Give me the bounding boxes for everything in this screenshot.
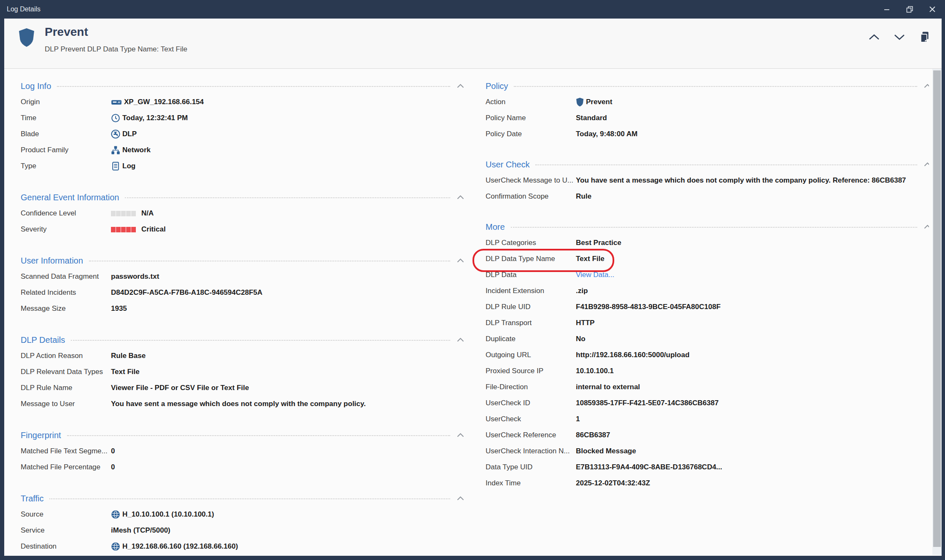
- collapse-section-icon[interactable]: [457, 433, 464, 437]
- field-value: D84D2C9F-A5CA-F7B6-A18C-946594C28F5A: [111, 288, 262, 297]
- field-row-dlp-rule-name: DLP Rule NameViewer File - PDF or CSV Fi…: [21, 380, 464, 396]
- dotted-divider: [67, 435, 450, 436]
- page-title: Prevent: [45, 25, 88, 39]
- collapse-section-icon[interactable]: [457, 258, 464, 263]
- collapse-section-icon[interactable]: [924, 225, 929, 229]
- field-label: UserCheck Message to U...: [486, 176, 576, 185]
- field-value: You have sent a message which does not c…: [111, 400, 366, 408]
- field-value: H_10.10.100.1 (10.10.100.1): [122, 510, 214, 519]
- section-title: Log Info: [21, 81, 51, 91]
- confidence-bar: [111, 211, 136, 216]
- field-row-incident-extension: Incident Extension.zip: [486, 283, 929, 299]
- field-row-policy-date: Policy DateToday, 9:48:00 AM: [486, 126, 929, 142]
- severity-bar: [111, 227, 136, 232]
- field-value: Today, 9:48:00 AM: [576, 130, 637, 138]
- field-value: Text File: [576, 255, 605, 263]
- section-general-event-information: General Event InformationConfidence Leve…: [21, 191, 464, 237]
- field-label: Severity: [21, 225, 111, 234]
- field-row-action: ActionPrevent: [486, 94, 929, 110]
- section-fingerprint: FingerprintMatched File Text Segme...0Ma…: [21, 429, 464, 475]
- view-data-link[interactable]: View Data...: [576, 271, 614, 279]
- field-label: Time: [21, 114, 111, 122]
- field-label: Proxied Source IP: [486, 367, 576, 375]
- right-column: PolicyActionPreventPolicy NameStandardPo…: [486, 69, 929, 507]
- field-row-usercheck-reference: UserCheck Reference86CB6387: [486, 427, 929, 443]
- field-label: UserCheck Interaction N...: [486, 447, 576, 455]
- field-row-dlp-categories: DLP CategoriesBest Practice: [486, 235, 929, 251]
- field-value: Critical: [141, 225, 166, 234]
- collapse-section-icon[interactable]: [457, 496, 464, 501]
- field-row-matched-file-percentage: Matched File Percentage0: [21, 459, 464, 475]
- field-row-message-size: Message Size1935: [21, 301, 464, 317]
- field-row-file-direction: File-Directioninternal to external: [486, 379, 929, 395]
- field-row-service: ServiceiMesh (TCP/5000): [21, 522, 464, 538]
- collapse-section-icon[interactable]: [457, 338, 464, 342]
- field-value: E7B13113-F9A4-409C-8ABE-D136768CD4...: [576, 463, 722, 471]
- globe-icon: [111, 542, 120, 551]
- field-label: Index Time: [486, 479, 576, 487]
- field-row-usercheck-id: UserCheck ID10859385-17FF-F421-5E07-14C3…: [486, 395, 929, 411]
- field-row-dlp-action-reason: DLP Action ReasonRule Base: [21, 348, 464, 364]
- field-value: H_192.168.66.160 (192.168.66.160): [122, 542, 238, 551]
- field-label: Message to User: [21, 400, 111, 408]
- field-row-dlp-transport: DLP TransportHTTP: [486, 315, 929, 331]
- field-row-data-type-uid: Data Type UIDE7B13113-F9A4-409C-8ABE-D13…: [486, 459, 929, 475]
- field-value: Network: [122, 146, 151, 154]
- chevron-down-icon[interactable]: [894, 31, 905, 43]
- minimize-button[interactable]: [883, 5, 891, 13]
- scrollbar-thumb[interactable]: [933, 70, 941, 547]
- log-icon: [111, 162, 120, 171]
- restore-button[interactable]: [905, 5, 914, 13]
- collapse-section-icon[interactable]: [924, 84, 929, 88]
- field-value: passwords.txt: [111, 272, 159, 281]
- field-value: 10859385-17FF-F421-5E07-14C386CB6387: [576, 399, 718, 407]
- section-user-check: User CheckUserCheck Message to U...You h…: [486, 158, 929, 205]
- collapse-section-icon[interactable]: [457, 195, 464, 199]
- field-label: Outgoing URL: [486, 351, 576, 359]
- section-user-information: User InformationScanned Data Fragmentpas…: [21, 254, 464, 317]
- section-dlp-details: DLP DetailsDLP Action ReasonRule BaseDLP…: [21, 334, 464, 412]
- dotted-divider: [514, 86, 917, 87]
- field-value: Text File: [111, 368, 140, 376]
- collapse-section-icon[interactable]: [924, 162, 929, 167]
- field-row-scanned-data-fragment: Scanned Data Fragmentpasswords.txt: [21, 269, 464, 285]
- field-row-index-time: Index Time2025-12-02T04:32:43Z: [486, 475, 929, 491]
- field-value: iMesh (TCP/5000): [111, 526, 170, 535]
- chevron-up-icon[interactable]: [868, 31, 880, 43]
- dlp-blade-icon: [111, 129, 120, 139]
- field-label: Policy Date: [486, 130, 576, 138]
- field-label: DLP Action Reason: [21, 352, 111, 360]
- field-label: DLP Transport: [486, 319, 576, 327]
- field-row-matched-file-text-segme: Matched File Text Segme...0: [21, 443, 464, 459]
- copy-icon[interactable]: [919, 31, 931, 43]
- field-value: N/A: [141, 209, 154, 218]
- window-title: Log Details: [7, 5, 40, 13]
- collapse-section-icon[interactable]: [457, 84, 464, 88]
- field-row-dlp-rule-uid: DLP Rule UIDF41B9298-8958-4813-9BCE-045F…: [486, 299, 929, 315]
- section-title: User Check: [486, 160, 529, 170]
- field-row-dlp-data-type-name: DLP Data Type NameText File: [486, 251, 929, 267]
- vertical-scrollbar[interactable]: [932, 69, 942, 555]
- field-row-confirmation-scope: Confirmation ScopeRule: [486, 188, 929, 205]
- shield-icon: [18, 27, 35, 49]
- log-header: Prevent DLP Prevent DLP Data Type Name: …: [4, 19, 942, 69]
- field-value: Best Practice: [576, 239, 621, 247]
- field-row-related-incidents: Related IncidentsD84D2C9F-A5CA-F7B6-A18C…: [21, 285, 464, 301]
- field-value: 2025-12-02T04:32:43Z: [576, 479, 650, 487]
- field-value: No: [576, 335, 586, 343]
- field-label: DLP Data: [486, 271, 576, 279]
- field-row-usercheck-message-to-u: UserCheck Message to U...You have sent a…: [486, 172, 929, 188]
- page-subtitle: DLP Prevent DLP Data Type Name: Text Fil…: [45, 45, 187, 54]
- field-value: 10.10.100.1: [576, 367, 614, 375]
- field-value: DLP: [122, 130, 137, 138]
- field-label: UserCheck Reference: [486, 431, 576, 439]
- field-value: You have sent a message which does not c…: [576, 176, 906, 185]
- field-row-dlp-data: DLP DataView Data...: [486, 267, 929, 283]
- close-button[interactable]: [928, 5, 937, 13]
- field-row-severity: SeverityCritical: [21, 221, 464, 237]
- field-label: Blade: [21, 130, 111, 138]
- field-row-usercheck: UserCheck1: [486, 411, 929, 427]
- field-row-source: SourceH_10.10.100.1 (10.10.100.1): [21, 506, 464, 522]
- field-row-policy-name: Policy NameStandard: [486, 110, 929, 126]
- field-label: Data Type UID: [486, 463, 576, 471]
